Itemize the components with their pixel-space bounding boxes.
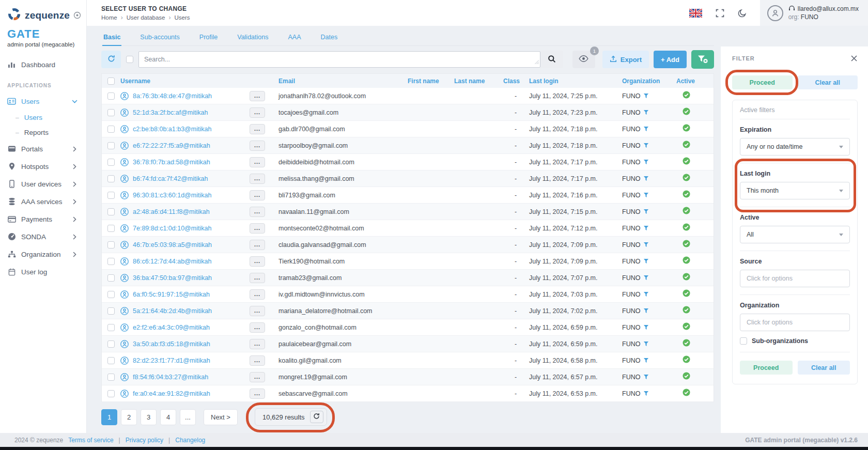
results-refresh-button[interactable] — [310, 411, 323, 423]
org-filter-funnel-icon[interactable] — [643, 192, 649, 198]
page-button-4[interactable]: 4 — [160, 409, 176, 425]
last-login-select[interactable]: This month — [740, 182, 850, 199]
org-filter-funnel-icon[interactable] — [643, 275, 649, 281]
org-filter-funnel-icon[interactable] — [643, 258, 649, 264]
table-row[interactable]: 96:30:81:c3:60:1d@mitikah...bli7193@gmai… — [102, 187, 714, 204]
username-link[interactable]: b6:74:fd:ca:7f:42@mitikah — [133, 175, 208, 182]
sub-organizations-checkbox[interactable] — [740, 337, 747, 345]
username-link[interactable]: 96:30:81:c3:60:1d@mitikah — [133, 192, 211, 199]
tab-dates[interactable]: Dates — [319, 29, 338, 46]
sidebar-item-hotspots[interactable]: Hotspots — [0, 158, 86, 175]
sidebar-subitem-users[interactable]: Users — [0, 110, 86, 125]
filter-proceed-button-top[interactable]: Proceed — [732, 75, 793, 89]
row-actions-button[interactable]: ... — [250, 240, 265, 250]
row-checkbox[interactable] — [107, 324, 115, 331]
terms-of-service-link[interactable]: Terms of service — [68, 437, 113, 444]
row-actions-button[interactable]: ... — [250, 190, 265, 200]
table-row[interactable]: 46:7b:e5:03:98:a5@mitikah...claudia.galv… — [102, 237, 714, 253]
org-filter-funnel-icon[interactable] — [643, 143, 649, 148]
username-link[interactable]: c2:be:b8:0b:a1:b3@mitikah — [133, 126, 211, 133]
org-filter-funnel-icon[interactable] — [643, 358, 649, 363]
filter-clear-all-button-bottom[interactable]: Clear all — [798, 361, 850, 375]
refresh-button[interactable] — [101, 51, 121, 68]
username-link[interactable]: 36:ba:47:50:ba:97@mitikah — [133, 274, 212, 282]
username-link[interactable]: 86:c6:12:7d:44:ab@mitikah — [133, 258, 211, 265]
username-link[interactable]: 3a:50:ab:f3:d5:18@mitikah — [133, 340, 210, 348]
table-row[interactable]: 36:78:f0:7b:ad:58@mitikah...deibiddeibid… — [102, 154, 714, 170]
row-actions-button[interactable]: ... — [250, 157, 265, 167]
username-link[interactable]: 52:1d:3a:2f:bc:af@mitikah — [133, 109, 208, 116]
username-link[interactable]: 7e:89:8d:c1:0d:10@mitikah — [133, 225, 211, 232]
tab-profile[interactable]: Profile — [198, 29, 219, 46]
username-link[interactable]: f8:54:f6:04:b3:27@mitikah — [133, 374, 208, 381]
filter-clear-all-button-top[interactable]: Clear all — [798, 75, 858, 89]
breadcrumb-users[interactable]: Users — [174, 14, 190, 21]
row-checkbox[interactable] — [107, 142, 115, 149]
row-checkbox[interactable] — [107, 192, 115, 199]
table-row[interactable]: 6a:f0:5c:91:97:15@mitikah...iv.gdl.midto… — [102, 286, 714, 303]
table-row[interactable]: 5a:21:64:4b:2d:4b@mitikah...mariana_dela… — [102, 303, 714, 319]
row-actions-button[interactable]: ... — [250, 273, 265, 283]
row-actions-button[interactable]: ... — [250, 355, 265, 366]
row-checkbox[interactable] — [107, 390, 115, 397]
clear-filters-button[interactable] — [691, 50, 714, 69]
username-link[interactable]: 5a:21:64:4b:2d:4b@mitikah — [133, 307, 212, 315]
row-actions-button[interactable]: ... — [250, 306, 265, 316]
next-page-button[interactable]: Next > — [204, 409, 238, 425]
row-checkbox[interactable] — [107, 374, 115, 381]
active-select[interactable]: All — [740, 226, 850, 243]
org-filter-funnel-icon[interactable] — [643, 242, 649, 247]
visibility-button[interactable]: 1 — [572, 51, 595, 68]
page-button--[interactable]: ... — [180, 409, 196, 425]
org-filter-funnel-icon[interactable] — [643, 126, 649, 132]
dark-mode-moon-icon[interactable] — [738, 9, 747, 18]
table-row[interactable]: 3a:50:ab:f3:d5:18@mitikah...paulaicebear… — [102, 336, 714, 352]
breadcrumb-user-database[interactable]: User database — [127, 14, 165, 21]
org-filter-funnel-icon[interactable] — [643, 341, 649, 347]
username-link[interactable]: 6a:f0:5c:91:97:15@mitikah — [133, 291, 210, 298]
language-flag-icon[interactable] — [689, 9, 702, 18]
username-link[interactable]: 46:7b:e5:03:98:a5@mitikah — [133, 241, 212, 249]
username-link[interactable]: fe:a0:e4:ae:91:82@mitikah — [133, 390, 210, 397]
privacy-policy-link[interactable]: Privacy policy — [126, 437, 163, 444]
table-row[interactable]: fe:a0:e4:ae:91:82@mitikah...sebascarve@g… — [102, 385, 714, 402]
row-actions-button[interactable]: ... — [250, 389, 265, 399]
sidebar-item-portals[interactable]: Portals — [0, 140, 86, 158]
table-row[interactable]: e6:72:22:27:f5:a9@mitikah...starpoolboy@… — [102, 137, 714, 154]
row-actions-button[interactable]: ... — [250, 124, 265, 134]
table-row[interactable]: a2:48:a6:d4:11:f8@mitikah...navaalan.11@… — [102, 204, 714, 220]
sidebar-item-sonda[interactable]: SONDA — [0, 228, 86, 245]
tab-aaa[interactable]: AAA — [287, 29, 302, 46]
sidebar-item-payments[interactable]: Payments — [0, 210, 86, 228]
org-filter-funnel-icon[interactable] — [643, 93, 649, 99]
brand-logo[interactable]: zequenze — [0, 7, 86, 23]
row-checkbox[interactable] — [107, 175, 115, 182]
sidebar-item-user-devices[interactable]: User devices — [0, 175, 86, 193]
org-filter-funnel-icon[interactable] — [643, 391, 649, 396]
org-filter-funnel-icon[interactable] — [643, 159, 649, 165]
header-select-all-checkbox[interactable] — [102, 77, 119, 85]
tab-validations[interactable]: Validations — [236, 29, 269, 46]
org-filter-funnel-icon[interactable] — [643, 324, 649, 330]
changelog-link[interactable]: Changelog — [175, 437, 205, 444]
row-checkbox[interactable] — [107, 92, 115, 100]
page-button-3[interactable]: 3 — [141, 409, 157, 425]
table-row[interactable]: c2:be:b8:0b:a1:b3@mitikah...gab.dlr700@g… — [102, 121, 714, 137]
close-icon[interactable] — [850, 55, 858, 62]
checkbox-icon[interactable] — [107, 77, 115, 85]
row-checkbox[interactable] — [107, 340, 115, 348]
table-row[interactable]: 52:1d:3a:2f:bc:af@mitikah...tocajoes@gma… — [102, 104, 714, 121]
row-actions-button[interactable]: ... — [250, 107, 265, 118]
row-actions-button[interactable]: ... — [250, 322, 265, 333]
table-row[interactable]: 8a:76:3b:48:de:47@mitikah...jonathanlh78… — [102, 88, 714, 104]
page-button-2[interactable]: 2 — [121, 409, 137, 425]
tab-basic[interactable]: Basic — [102, 29, 121, 46]
sidebar-item-aaa-services[interactable]: AAA services — [0, 193, 86, 210]
row-checkbox[interactable] — [107, 241, 115, 249]
row-checkbox[interactable] — [107, 291, 115, 298]
username-link[interactable]: e2:f2:e6:a4:3c:09@mitikah — [133, 324, 210, 331]
row-actions-button[interactable]: ... — [250, 256, 265, 267]
sidebar-subitem-reports[interactable]: Reports — [0, 125, 86, 140]
table-row[interactable]: b6:74:fd:ca:7f:42@mitikah...melissa.than… — [102, 170, 714, 187]
row-actions-button[interactable]: ... — [250, 289, 265, 300]
